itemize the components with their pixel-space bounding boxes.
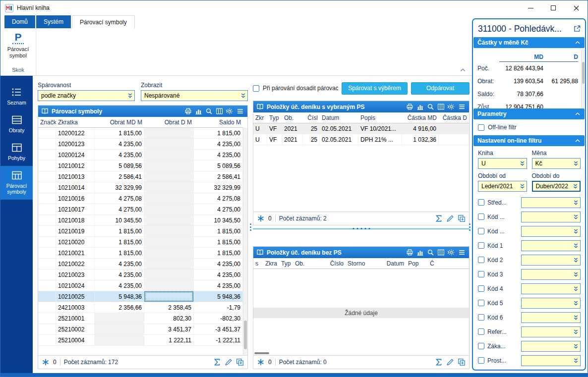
sidebar-item-seznam[interactable]: Seznam	[0, 83, 33, 110]
table-row[interactable]: 102100191 815,001 815,00	[38, 226, 243, 237]
filter-dropdown[interactable]	[521, 341, 581, 352]
table-row[interactable]: 242100032 356,662 358,45-1,79	[38, 302, 243, 313]
column-header-znacka[interactable]: Značka	[38, 119, 56, 126]
obdobi-do-dropdown[interactable]: Duben/2022	[532, 181, 581, 192]
column-header-s[interactable]: s	[253, 260, 263, 267]
table-row[interactable]: UVF20212502.05.2021DPH 21% ...1 032,36	[253, 134, 469, 145]
copy-icon[interactable]	[236, 358, 244, 366]
parameters-section-header[interactable]: Parametry	[473, 108, 585, 119]
table-row[interactable]: 102100211 815,001 815,00	[38, 248, 243, 259]
column-header-cislo[interactable]: Číslo	[321, 260, 346, 267]
column-header-c[interactable]: Č	[428, 260, 469, 267]
column-header-saldo-m[interactable]: Saldo M	[194, 119, 243, 126]
refresh-icon[interactable]	[257, 215, 265, 222]
columns-icon[interactable]	[216, 108, 223, 115]
pairing-symbol-button[interactable]: P Párovací symbol	[0, 28, 36, 67]
table-row[interactable]: 102001244 235,004 235,00	[38, 150, 243, 161]
filter-checkbox[interactable]	[478, 343, 484, 349]
table-row[interactable]: 252100041 222,11-1 222,11	[38, 335, 243, 346]
obdobi-od-dropdown[interactable]: Leden/2021	[478, 181, 527, 192]
close-button[interactable]	[565, 0, 588, 15]
print-icon[interactable]	[406, 249, 413, 256]
edit-icon[interactable]	[446, 358, 454, 366]
print-icon[interactable]	[184, 108, 192, 115]
filter-dropdown[interactable]	[521, 197, 581, 208]
table-row[interactable]: 102001221 815,001 815,00	[38, 128, 243, 139]
edit-icon[interactable]	[225, 358, 233, 366]
sum-icon[interactable]	[213, 358, 221, 366]
settings-icon[interactable]	[226, 108, 234, 115]
chart-icon[interactable]	[416, 103, 424, 110]
menu-icon[interactable]	[458, 103, 466, 110]
menu-icon[interactable]	[236, 108, 244, 115]
filter-dropdown[interactable]	[521, 226, 581, 237]
kniha-dropdown[interactable]: U	[478, 158, 527, 169]
sidebar-item-pohyby[interactable]: Pohyby	[0, 138, 33, 166]
column-header-datum[interactable]: Datum	[371, 260, 406, 267]
print-icon[interactable]	[406, 103, 413, 110]
column-header-pop[interactable]: Pop	[406, 260, 428, 267]
table-row[interactable]: 102100255 948,365 948,36	[38, 291, 243, 302]
ribbon-tab-parovaci-symboly[interactable]: Párovací symboly	[72, 15, 135, 28]
filter-checkbox[interactable]	[478, 242, 484, 249]
filter-dropdown[interactable]	[521, 312, 581, 323]
column-header-zkra[interactable]: Zkra	[263, 260, 279, 267]
column-header-castka-d[interactable]: Částka D	[439, 114, 469, 121]
filter-checkbox[interactable]	[478, 257, 484, 263]
chart-icon[interactable]	[195, 108, 202, 115]
table-row[interactable]: 102100234 235,004 235,00	[38, 269, 243, 280]
settings-icon[interactable]	[448, 103, 455, 110]
column-header-ob[interactable]: Ob.	[293, 260, 321, 267]
column-header-storno[interactable]: Storno	[346, 260, 371, 267]
horizontal-splitter[interactable]	[253, 225, 470, 232]
unpair-button[interactable]: Odpárovat	[411, 82, 470, 95]
table-row[interactable]: 102100132 586,412 586,41	[38, 171, 243, 182]
column-header-popis[interactable]: Popis	[358, 114, 402, 121]
copy-icon[interactable]	[458, 215, 466, 222]
scrollbar-thumb[interactable]	[244, 321, 247, 349]
table-row[interactable]: 102100164 275,084 275,08	[38, 193, 243, 204]
amounts-scrollbar[interactable]	[581, 49, 585, 108]
search-icon[interactable]	[427, 103, 434, 110]
table-row[interactable]: 102001234 235,004 235,00	[38, 139, 243, 150]
scrollbar-thumb[interactable]	[582, 62, 585, 84]
column-header-typ[interactable]: Typ	[279, 260, 293, 267]
filter-checkbox[interactable]	[478, 199, 484, 206]
minimize-button[interactable]	[519, 0, 542, 15]
column-header-datum[interactable]: Datum	[320, 114, 358, 121]
filter-checkbox[interactable]	[478, 328, 484, 335]
table-row[interactable]: 102100201 815,001 815,00	[38, 237, 243, 248]
filter-dropdown[interactable]	[521, 283, 581, 294]
maximize-button[interactable]	[542, 0, 565, 15]
search-icon[interactable]	[427, 249, 434, 256]
columns-icon[interactable]	[437, 249, 445, 256]
sidebar-item-obraty[interactable]: Obraty	[0, 110, 33, 138]
sum-icon[interactable]	[435, 215, 443, 222]
table-row[interactable]: 25210001802,30-802,30	[38, 313, 243, 324]
column-header-zkratka[interactable]: Zkratka	[56, 119, 95, 126]
column-header-castka-md[interactable]: Částka MD	[402, 114, 439, 121]
column-header-typ[interactable]: Typ	[267, 114, 282, 121]
filter-checkbox[interactable]	[478, 271, 484, 277]
sparovanost-dropdown[interactable]: podle značky	[38, 90, 135, 101]
vertical-scrollbar[interactable]	[243, 128, 247, 355]
filter-dropdown[interactable]	[521, 355, 581, 366]
table-row[interactable]: 1021001810 345,5010 345,50	[38, 215, 243, 226]
filter-dropdown[interactable]	[521, 255, 581, 266]
menu-icon[interactable]	[458, 249, 466, 256]
filter-dropdown[interactable]	[521, 240, 581, 251]
sidebar-item-parovaci-symboly[interactable]: Párovací symboly	[0, 166, 33, 200]
ribbon-tab-domu[interactable]: Domů	[4, 15, 35, 28]
filter-dropdown[interactable]	[521, 212, 581, 222]
table-row[interactable]: 102100244 235,004 235,00	[38, 280, 243, 291]
ribbon-collapse-icon[interactable]	[460, 68, 466, 72]
refresh-icon[interactable]	[257, 358, 265, 366]
filter-checkbox[interactable]	[478, 228, 484, 234]
mena-dropdown[interactable]: Kč	[532, 158, 581, 169]
filter-dropdown[interactable]	[521, 326, 581, 337]
chart-icon[interactable]	[416, 249, 424, 256]
amounts-section-header[interactable]: Částky v měně Kč	[473, 37, 585, 48]
table-row[interactable]: 252100023 451,37-3 451,37	[38, 324, 243, 335]
column-header-zkr[interactable]: Zkr	[253, 114, 267, 121]
popout-icon[interactable]	[573, 25, 581, 33]
